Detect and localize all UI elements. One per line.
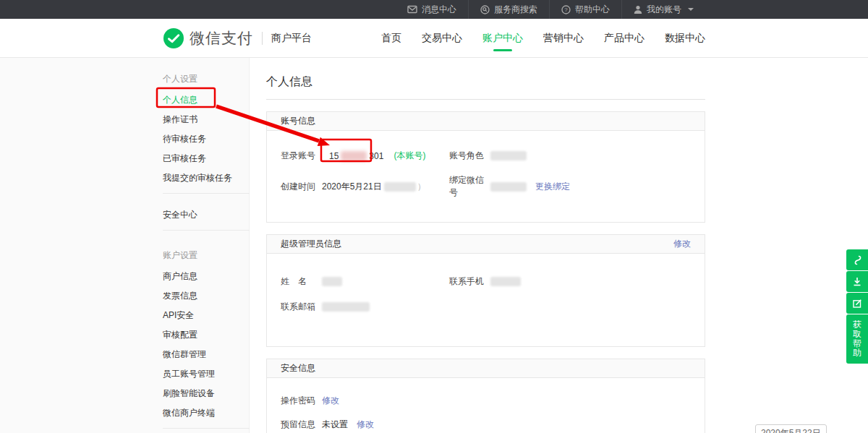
nav-item-transaction-center[interactable]: 交易中心 [422,19,462,57]
header: 微信支付 商户平台 首页 交易中心 账户中心 营销中心 产品中心 数据中心 [0,19,868,58]
login-account-value: 15 301 [329,151,383,161]
get-help-button[interactable]: 获取帮助 [846,314,868,364]
main-nav: 首页 交易中心 账户中心 营销中心 产品中心 数据中心 [361,19,705,57]
topbar: 消息中心 服务商搜索 ? 帮助中心 我的账号 [0,0,868,19]
user-icon [634,5,642,14]
date-tooltip: 2020年5月22日 [755,424,827,433]
login-account-label: 登录账号 [281,150,322,162]
download-icon [852,276,862,287]
edit-admin-link[interactable]: 修改 [673,235,691,253]
help-circle-icon: ? [561,5,571,14]
main-content: 个人信息 账号信息 登录账号 15 301 (本账号) [266,58,705,433]
bound-wechat-label: 绑定微信号 [449,174,490,199]
sidebar: 个人设置 个人信息 操作证书 待审核任务 已审核任务 我提交的审核任务 安全中心… [163,58,250,433]
reserved-info-status: 未设置 [322,419,348,431]
sidebar-item-personal-info[interactable]: 个人信息 [163,95,250,104]
super-admin-section: 超级管理员信息 修改 姓 名 联系手机 联系邮箱 [266,234,705,347]
brand: 微信支付 商户平台 [163,27,312,49]
redacted-login-digits [341,151,367,161]
topbar-item-label: 我的账号 [647,4,681,16]
redacted-created-time [384,182,416,192]
sidebar-item-api-security[interactable]: API安全 [163,311,250,320]
nav-item-marketing-center[interactable]: 营销中心 [543,19,584,57]
current-account-tag: (本账号) [393,150,425,162]
operation-password-label: 操作密码 [281,395,322,407]
page-title: 个人信息 [266,74,705,90]
redacted-account-role [490,151,527,160]
link-button[interactable] [846,249,868,270]
nav-item-account-center[interactable]: 账户中心 [482,19,523,57]
sidebar-item-staff-account-mgmt[interactable]: 员工账号管理 [163,369,250,378]
account-info-section: 账号信息 登录账号 15 301 (本账号) 账号角色 [266,111,705,223]
sidebar-divider [163,428,250,429]
svg-text:?: ? [564,7,568,13]
section-title-security-info: 安全信息 [281,359,315,377]
brand-name: 微信支付 [190,28,253,48]
admin-email-label: 联系邮箱 [281,301,322,313]
created-time-label: 创建时间 [281,181,322,193]
topbar-item-message-center[interactable]: 消息中心 [396,0,468,19]
section-title-super-admin: 超级管理员信息 [281,235,341,253]
sidebar-item-merchant-info[interactable]: 商户信息 [163,272,250,280]
edit-password-link[interactable]: 修改 [322,395,339,407]
floating-help-bar: 获取帮助 [846,249,868,364]
sidebar-item-invoice-info[interactable]: 发票信息 [163,291,250,300]
section-title-account-info: 账号信息 [281,112,315,130]
account-role-label: 账号角色 [449,150,490,162]
edit-reserved-info-link[interactable]: 修改 [357,419,374,431]
reserved-info-label: 预留信息 [281,419,322,431]
created-time-value: 2020年5月21日 ） [322,181,426,193]
rebind-wechat-link[interactable]: 更换绑定 [535,181,570,193]
redacted-wechat-id [490,182,527,192]
search-circle-icon [480,5,490,14]
get-help-label: 获取帮助 [853,320,861,358]
brand-subtitle: 商户平台 [271,32,312,45]
sidebar-item-review-config[interactable]: 审核配置 [163,330,250,339]
created-date-text: 2020年5月21日 [322,181,382,193]
link-icon [852,254,862,266]
redacted-admin-name [322,277,342,286]
admin-phone-label: 联系手机 [449,275,490,288]
sidebar-item-face-smart-device[interactable]: 刷脸智能设备 [163,389,250,398]
sidebar-item-security-center[interactable]: 安全中心 [163,210,250,219]
login-account-prefix: 15 [329,151,339,161]
edit-icon [852,299,862,309]
login-account-suffix: 301 [369,151,383,161]
redacted-admin-email [322,302,370,312]
created-time-suffix: ） [417,181,426,193]
sidebar-item-wechat-merchant-terminal[interactable]: 微信商户终端 [163,408,250,417]
sidebar-item-pending-review-tasks[interactable]: 待审核任务 [163,134,250,143]
security-info-section: 安全信息 操作密码 修改 预留信息 未设置 修改 预留信息是由你自己设置的一段文… [266,359,705,433]
sidebar-divider [163,193,250,194]
sidebar-item-my-submitted-tasks[interactable]: 我提交的审核任务 [163,173,250,182]
topbar-item-my-account[interactable]: 我的账号 [621,0,705,19]
topbar-item-label: 服务商搜索 [494,4,537,16]
admin-name-label: 姓 名 [281,275,322,288]
title-divider [266,99,705,100]
envelope-icon [407,5,417,14]
topbar-item-label: 帮助中心 [575,4,610,16]
redacted-admin-phone [490,277,521,286]
chevron-down-icon [688,8,694,11]
brand-separator [262,32,263,45]
sidebar-group-account-settings: 账户设置 [163,251,250,260]
sidebar-item-wechat-group-mgmt[interactable]: 微信群管理 [163,350,250,359]
wechat-pay-logo-icon [163,27,184,49]
topbar-item-help-center[interactable]: ? 帮助中心 [549,0,621,19]
topbar-item-service-search[interactable]: 服务商搜索 [468,0,549,19]
nav-item-data-center[interactable]: 数据中心 [665,19,705,57]
nav-item-home[interactable]: 首页 [381,19,401,57]
nav-item-product-center[interactable]: 产品中心 [604,19,644,57]
sidebar-item-operation-certificate[interactable]: 操作证书 [163,115,250,124]
feedback-button[interactable] [846,293,868,314]
sidebar-group-personal-settings: 个人设置 [163,74,250,83]
topbar-item-label: 消息中心 [422,4,456,16]
sidebar-divider [163,230,250,231]
download-button[interactable] [846,271,868,292]
sidebar-item-reviewed-tasks[interactable]: 已审核任务 [163,154,250,163]
